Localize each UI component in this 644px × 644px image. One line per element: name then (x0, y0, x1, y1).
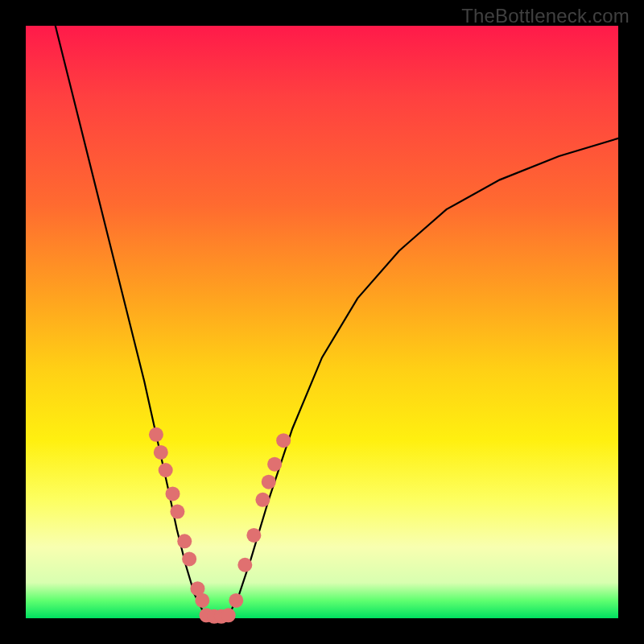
marker-dot (229, 593, 243, 608)
marker-dot (276, 433, 291, 448)
plot-area (26, 26, 618, 618)
marker-dot (237, 558, 252, 572)
marker-dot (262, 475, 276, 489)
marker-dot (267, 457, 282, 472)
marker-dot (182, 551, 196, 566)
marker-dots (149, 427, 291, 624)
watermark-text: TheBottleneck.com (461, 5, 630, 27)
marker-dot (159, 463, 173, 477)
marker-dot (170, 505, 184, 519)
marker-dot (221, 608, 236, 622)
chart-frame: TheBottleneck.com (0, 0, 644, 644)
marker-dot (195, 593, 209, 608)
series-lines (56, 26, 618, 618)
marker-dot (154, 445, 168, 460)
marker-dot (149, 427, 163, 442)
curve-layer (26, 26, 618, 618)
marker-dot (255, 493, 270, 507)
series-right-branch (227, 138, 618, 618)
marker-dot (246, 528, 261, 543)
marker-dot (177, 534, 192, 548)
series-left-branch (56, 26, 209, 618)
marker-dot (166, 486, 180, 501)
